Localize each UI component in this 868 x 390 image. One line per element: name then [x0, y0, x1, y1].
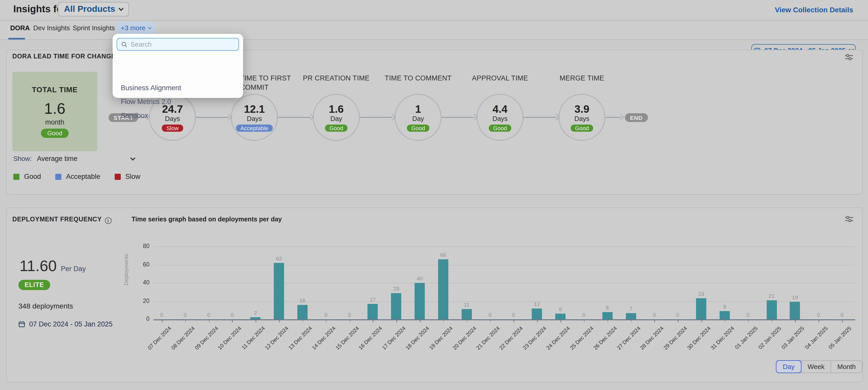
- x-tick: [232, 320, 233, 322]
- stage-circle: 3.9DaysGood: [558, 94, 606, 141]
- stage-label: PR CREATION TIME: [293, 74, 380, 83]
- deployment-bar[interactable]: [462, 309, 472, 319]
- deployment-bar[interactable]: [626, 313, 636, 319]
- connector-line: [524, 117, 556, 118]
- bar-value-label: 19: [785, 295, 805, 301]
- bar-value-label: 12: [527, 301, 547, 307]
- menu-search-box[interactable]: [117, 38, 239, 51]
- y-tick-label: 40: [123, 279, 150, 285]
- info-icon[interactable]: i: [105, 217, 112, 224]
- deployment-bar[interactable]: [720, 311, 730, 319]
- legend-swatch-good: [13, 173, 20, 179]
- bar-value-label: 0: [480, 312, 500, 318]
- gridline: [154, 283, 855, 283]
- rating-legend: Good Acceptable Slow: [13, 173, 140, 180]
- granularity-day-button[interactable]: Day: [776, 360, 802, 373]
- widget-settings-icon[interactable]: [844, 53, 854, 60]
- x-tick: [326, 320, 327, 322]
- x-tick: [373, 320, 374, 322]
- bar-value-label: 0: [175, 312, 195, 318]
- deployment-bar[interactable]: [391, 293, 402, 319]
- bar-value-label: 16: [292, 297, 313, 303]
- bar-value-label: 2: [245, 310, 266, 316]
- stage-circle: 4.4DaysGood: [476, 94, 524, 141]
- deployment-bar[interactable]: [274, 263, 284, 319]
- x-tick: [654, 320, 655, 322]
- show-selector[interactable]: Show: Average time: [13, 155, 135, 163]
- x-tick: [842, 320, 843, 322]
- more-tabs-button[interactable]: +3 more: [116, 22, 156, 34]
- deployment-bar[interactable]: [297, 305, 308, 319]
- x-tick: [349, 320, 350, 322]
- tab-sprint-insights[interactable]: Sprint Insights: [73, 24, 115, 32]
- x-tick: [420, 320, 421, 322]
- chart-subtitle: Time series graph based on deployments p…: [131, 216, 282, 223]
- deployment-bar[interactable]: [696, 298, 706, 319]
- bar-value-label: 0: [808, 312, 829, 318]
- bar-value-label: 17: [363, 296, 383, 302]
- x-tick: [162, 320, 162, 322]
- widget-settings-icon[interactable]: [844, 215, 854, 222]
- stage-circle: 1.6DayGood: [313, 94, 360, 141]
- deployment-rate: 11.60 Per Day: [20, 257, 86, 275]
- tab-dora[interactable]: DORA: [10, 24, 30, 32]
- stage-circle: 1DayGood: [395, 94, 442, 141]
- legend-label-slow: Slow: [125, 173, 141, 180]
- menu-item-sandbox[interactable]: Sandbox: [113, 109, 243, 122]
- collection-selector-button[interactable]: All Products: [58, 2, 129, 17]
- x-tick: [185, 320, 186, 322]
- bar-value-label: 6: [550, 306, 571, 312]
- deployment-bar[interactable]: [532, 308, 542, 319]
- granularity-month-button[interactable]: Month: [831, 361, 862, 372]
- granularity-week-button[interactable]: Week: [801, 361, 831, 372]
- bar-value-label: 40: [409, 275, 430, 281]
- stage-unit: Days: [574, 115, 589, 123]
- x-tick: [795, 320, 796, 322]
- bar-value-label: 7: [621, 305, 641, 311]
- deployment-bar[interactable]: [555, 314, 565, 319]
- bar-value-label: 23: [691, 290, 711, 297]
- x-tick: [584, 320, 585, 322]
- deployment-date-range: 07 Dec 2024 - 05 Jan 2025: [19, 320, 113, 328]
- deployment-bar[interactable]: [767, 300, 777, 319]
- collection-selector-label: All Products: [64, 4, 115, 15]
- chevron-down-icon: [148, 25, 152, 29]
- x-tick: [490, 320, 491, 322]
- stage-rating-badge: Good: [407, 124, 430, 132]
- stage-label: TIME TO COMMENT: [375, 74, 462, 83]
- tab-dev-insights[interactable]: Dev Insights: [33, 24, 70, 32]
- deployment-bar[interactable]: [414, 283, 425, 319]
- stage-label: MERGE TIME: [538, 74, 625, 83]
- active-tab-underline: [8, 38, 25, 39]
- legend-label-good: Good: [24, 173, 41, 180]
- deployment-bar[interactable]: [602, 312, 612, 319]
- deployment-bar[interactable]: [250, 317, 261, 319]
- bar-value-label: 0: [198, 312, 219, 318]
- menu-item-business-alignment[interactable]: Business Alignment: [113, 81, 243, 95]
- bar-value-label: 62: [269, 255, 289, 261]
- bar-value-label: 21: [761, 292, 782, 299]
- connector-line: [278, 117, 311, 118]
- deployment-bar[interactable]: [368, 304, 378, 319]
- stage-value: 1: [415, 103, 421, 115]
- deployment-date-range-text: 07 Dec 2024 - 05 Jan 2025: [29, 320, 113, 328]
- stage-unit: Day: [330, 115, 342, 123]
- x-tick: [701, 320, 702, 322]
- total-time-rating-badge: Good: [41, 129, 69, 138]
- view-collection-details-link[interactable]: View Collection Details: [775, 6, 853, 14]
- stage-rating-badge: Good: [325, 124, 348, 132]
- total-time-value: 1.6: [12, 100, 97, 117]
- y-tick-label: 20: [123, 298, 150, 304]
- dashboard-page: Insights for All Products View Collectio…: [0, 0, 868, 390]
- menu-item-flow-metrics[interactable]: Flow Metrics 2.0: [113, 95, 243, 109]
- gridline: [154, 247, 855, 247]
- x-axis-line: [154, 319, 855, 320]
- gridline: [154, 265, 855, 265]
- deployment-bar[interactable]: [790, 302, 800, 319]
- stage-value: 12.1: [244, 103, 265, 115]
- pipeline-end-badge: END: [625, 113, 648, 122]
- deployment-bar[interactable]: [438, 259, 448, 319]
- menu-search-input[interactable]: [130, 40, 228, 48]
- deployment-frequency-card: [6, 207, 863, 382]
- y-tick-label: 0: [123, 316, 150, 322]
